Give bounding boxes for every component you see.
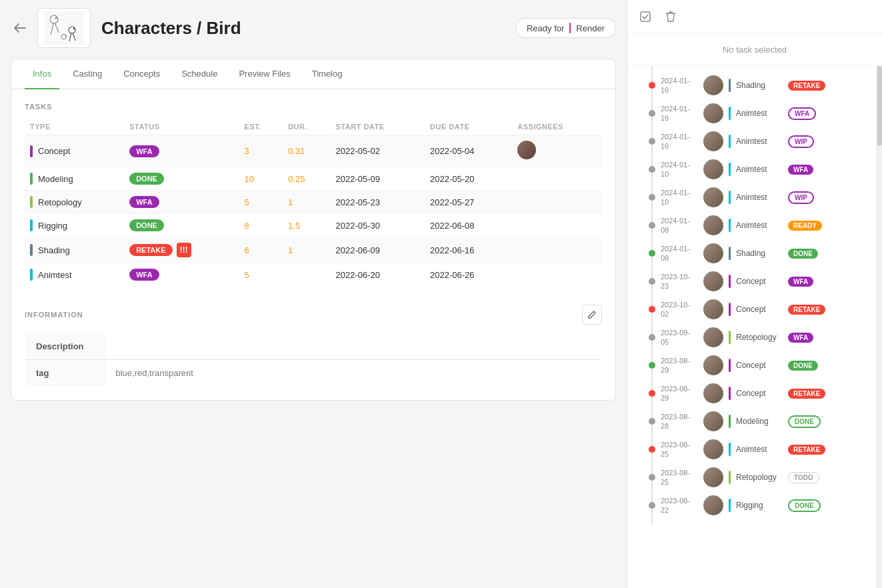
task-dur-cell: 0.31 — [283, 135, 330, 167]
type-color-bar — [30, 173, 33, 185]
avatar — [703, 299, 723, 319]
timeline-date: 2024-01-16 — [661, 104, 698, 123]
timeline-dot — [649, 110, 655, 117]
scrollbar-track[interactable] — [877, 66, 882, 588]
table-row[interactable]: Modeling DONE100.252022-05-092022-05-20 — [25, 167, 602, 191]
task-status-cell: DONE — [124, 214, 239, 237]
timeline-item[interactable]: 2023-10-02 Concept RETAKE — [633, 295, 877, 323]
right-panel: No task selected 2024-01-16 Shading RETA… — [627, 0, 882, 588]
table-row[interactable]: Concept WFA30.312022-05-022022-05-04 — [25, 135, 602, 167]
svg-point-4 — [73, 28, 75, 29]
table-row[interactable]: Retopology WFA512022-05-232022-05-27 — [25, 191, 602, 214]
task-type: Animtest — [30, 269, 119, 281]
information-section: INFORMATION Description ta — [25, 305, 602, 387]
timeline-dot — [649, 138, 655, 145]
edit-button[interactable] — [582, 305, 602, 325]
scrollbar-thumb[interactable] — [877, 66, 882, 146]
table-row[interactable]: Rigging DONE81.52022-05-302022-06-08 — [25, 214, 602, 237]
status-badge: WFA — [129, 145, 159, 157]
timeline-separator — [729, 415, 731, 428]
status-badge: DONE — [129, 219, 164, 231]
task-dur-cell: 0.25 — [283, 167, 330, 191]
avatar — [703, 383, 723, 403]
task-assignees-cell — [512, 135, 602, 167]
info-value-tag: blue,red,transparent — [105, 360, 602, 387]
table-header-row: TYPE STATUS EST. DUR. START DATE DUE DAT… — [25, 119, 602, 135]
no-task-label: No task selected — [627, 34, 882, 66]
timeline-badge: WFA — [788, 333, 813, 343]
timeline-item[interactable]: 2024-01-16 Animtest WFA — [633, 99, 877, 127]
timeline-badge: DONE — [788, 361, 818, 371]
tab-timelog[interactable]: Timelog — [304, 59, 351, 89]
task-status-cell: WFA — [124, 191, 239, 214]
avatar — [517, 141, 536, 159]
task-est-cell: 10 — [239, 167, 283, 191]
avatar — [703, 103, 723, 123]
tasks-table: TYPE STATUS EST. DUR. START DATE DUE DAT… — [25, 119, 602, 286]
ready-for-label: Ready for — [527, 23, 564, 33]
timeline-item[interactable]: 2023-08-25 Animtest RETAKE — [633, 435, 877, 463]
ready-for-button[interactable]: Ready for Render — [515, 18, 616, 38]
timeline-item[interactable]: 2024-01-10 Animtest WIP — [633, 183, 877, 211]
col-assignees: ASSIGNEES — [512, 119, 602, 135]
col-status: STATUS — [124, 119, 239, 135]
timeline-dot — [649, 222, 655, 229]
timeline-items: 2024-01-16 Shading RETAKE 2024-01-16 Ani… — [633, 71, 877, 519]
tab-infos[interactable]: Infos — [25, 59, 59, 89]
info-value-description — [105, 333, 602, 360]
tab-concepts[interactable]: Concepts — [115, 59, 168, 89]
timeline-separator — [729, 331, 731, 344]
timeline-dot — [649, 418, 655, 425]
timeline-separator — [729, 387, 731, 400]
task-due-cell: 2022-05-04 — [425, 135, 512, 167]
timeline-separator — [729, 275, 731, 288]
timeline-dot — [649, 82, 655, 89]
task-dur-cell: 1.5 — [283, 214, 330, 237]
timeline-item[interactable]: 2023-10-23 Concept WFA — [633, 267, 877, 295]
table-row[interactable]: Shading RETAKE!!!612022-06-092022-06-16 — [25, 237, 602, 263]
back-button[interactable] — [11, 19, 29, 37]
tab-preview-files[interactable]: Preview Files — [231, 59, 298, 89]
timeline-item[interactable]: 2024-01-16 Shading RETAKE — [633, 71, 877, 99]
task-type-cell: Retopology — [25, 191, 124, 214]
task-due-cell: 2022-06-08 — [425, 214, 512, 237]
check-icon[interactable] — [638, 9, 653, 24]
timeline-date: 2024-01-10 — [661, 160, 698, 179]
type-color-bar — [30, 219, 33, 231]
entity-thumbnail — [37, 8, 91, 48]
timeline-item[interactable]: 2023-08-29 Concept RETAKE — [633, 379, 877, 407]
timeline-item[interactable]: 2024-01-08 Animtest READY — [633, 211, 877, 239]
timeline-dot — [649, 306, 655, 313]
timeline-inner: 2024-01-16 Shading RETAKE 2024-01-16 Ani… — [633, 66, 877, 525]
avatar — [703, 495, 723, 515]
timeline-item[interactable]: 2024-01-10 Animtest WFA — [633, 155, 877, 183]
trash-icon[interactable] — [663, 9, 678, 24]
timeline-item[interactable]: 2023-08-28 Modeling DONE — [633, 407, 877, 435]
status-badge: RETAKE — [129, 244, 172, 256]
timeline-separator — [729, 499, 731, 512]
timeline-item[interactable]: 2023-09-05 Retopology WFA — [633, 323, 877, 351]
right-panel-header — [627, 0, 882, 34]
task-start-cell: 2022-06-09 — [331, 237, 425, 263]
task-status-cell: RETAKE!!! — [124, 237, 239, 263]
timeline-item[interactable]: 2023-08-29 Concept DONE — [633, 351, 877, 379]
task-type-cell: Animtest — [25, 263, 124, 287]
timeline-item[interactable]: 2024-01-16 Animtest WIP — [633, 127, 877, 155]
timeline-date: 2023-10-02 — [661, 300, 698, 319]
ready-for-divider — [569, 23, 571, 33]
timeline-badge: WFA — [788, 165, 813, 175]
tab-casting[interactable]: Casting — [65, 59, 110, 89]
info-row-tag: tag blue,red,transparent — [25, 360, 602, 387]
timeline-dot — [649, 390, 655, 397]
table-row[interactable]: Animtest WFA52022-06-202022-06-26 — [25, 263, 602, 287]
timeline-badge: WIP — [788, 135, 814, 148]
timeline-item[interactable]: 2023-08-25 Retopology TODO — [633, 463, 877, 491]
timeline-separator — [729, 303, 731, 316]
task-type-label: Animtest — [38, 270, 72, 280]
timeline[interactable]: 2024-01-16 Shading RETAKE 2024-01-16 Ani… — [627, 66, 882, 525]
tab-schedule[interactable]: Schedule — [173, 59, 225, 89]
timeline-item[interactable]: 2023-08-22 Rigging DONE — [633, 491, 877, 519]
type-color-bar — [30, 196, 33, 208]
col-due: DUE DATE — [425, 119, 512, 135]
timeline-item[interactable]: 2024-01-08 Shading DONE — [633, 239, 877, 267]
